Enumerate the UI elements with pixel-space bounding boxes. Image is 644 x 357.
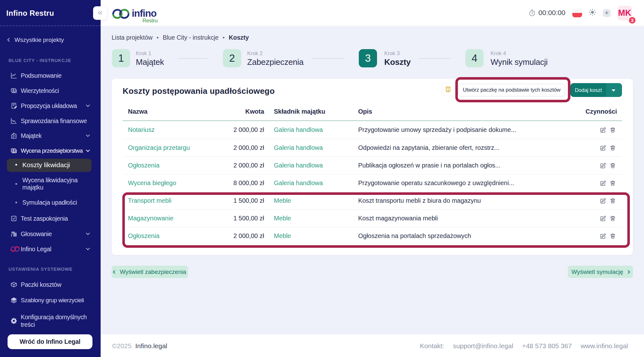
svg-text:Restru: Restru (142, 18, 158, 23)
svg-text:infino: infino (132, 8, 156, 19)
